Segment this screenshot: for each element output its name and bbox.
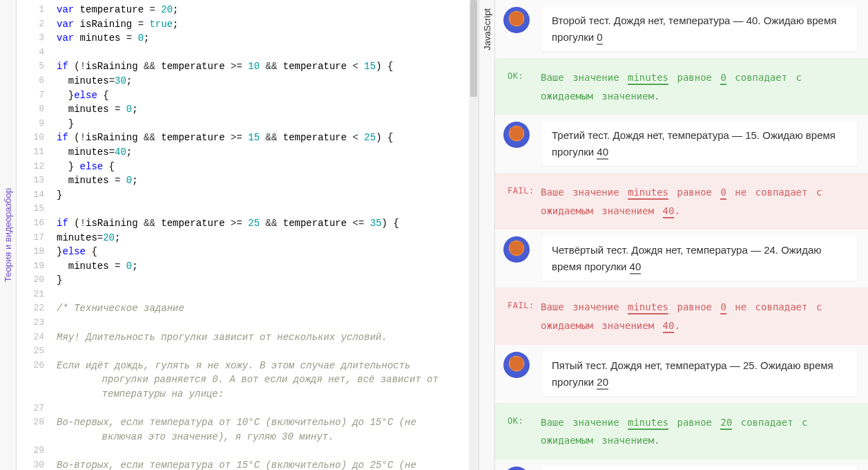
test-message: Шестой тест. Идёт дождь, температура — 2… [495,460,868,470]
results-panel: Второй тест. Дождя нет, температура — 40… [495,0,868,470]
line-gutter: 1234567891011121314151617181920212223242… [17,0,51,470]
scrollbar-thumb[interactable] [470,0,477,97]
result-ok: OK:Ваше значение minutes равное 0 совпад… [495,59,868,115]
test-message: Четвёртый тест. Дождя нет, температура —… [495,229,868,288]
test-bubble: Шестой тест. Идёт дождь, температура — 2… [542,467,857,470]
test-message: Третий тест. Дождя нет, температура — 15… [495,115,868,173]
result-fail: FAIL:Ваше значение minutes равное 0 не с… [495,173,868,229]
result-ok: OK:Ваше значение minutes равное 20 совпа… [495,404,868,460]
avatar-icon [503,7,530,33]
result-text: Ваше значение minutes равное 0 не совпад… [541,298,854,335]
test-bubble: Третий тест. Дождя нет, температура — 15… [542,122,857,166]
result-tag: OK: [508,413,541,429]
result-text: Ваше значение minutes равное 0 совпадает… [541,68,854,105]
theory-tab-label: Теория и видеоразбор [3,188,13,282]
test-bubble: Четвёртый тест. Дождя нет, температура —… [542,236,857,281]
result-fail: FAIL:Ваше значение minutes равное 0 не с… [495,288,868,344]
code-editor[interactable]: 1234567891011121314151617181920212223242… [17,0,479,470]
results-scroll[interactable]: Второй тест. Дождя нет, температура — 40… [495,0,868,470]
test-bubble: Пятый тест. Дождя нет, температура — 25.… [542,352,857,396]
result-tag: FAIL: [508,298,541,314]
avatar-icon [503,122,530,148]
result-text: Ваше значение minutes равное 0 не совпад… [541,183,854,220]
test-message: Пятый тест. Дождя нет, температура — 25.… [495,345,868,404]
javascript-tab[interactable]: JavaScript [479,0,495,470]
code-content[interactable]: var temperature = 20;var isRaining = tru… [51,0,469,470]
avatar-icon [503,467,530,470]
avatar-icon [503,236,530,263]
result-tag: OK: [508,68,541,84]
result-text: Ваше значение minutes равное 20 совпадае… [541,413,854,450]
result-tag: FAIL: [508,183,541,199]
avatar-icon [503,352,530,378]
editor-scrollbar[interactable] [469,0,479,470]
theory-tab[interactable]: Теория и видеоразбор [0,0,17,470]
javascript-tab-label: JavaScript [482,8,492,50]
test-message: Второй тест. Дождя нет, температура — 40… [495,0,868,59]
test-bubble: Второй тест. Дождя нет, температура — 40… [542,7,857,51]
